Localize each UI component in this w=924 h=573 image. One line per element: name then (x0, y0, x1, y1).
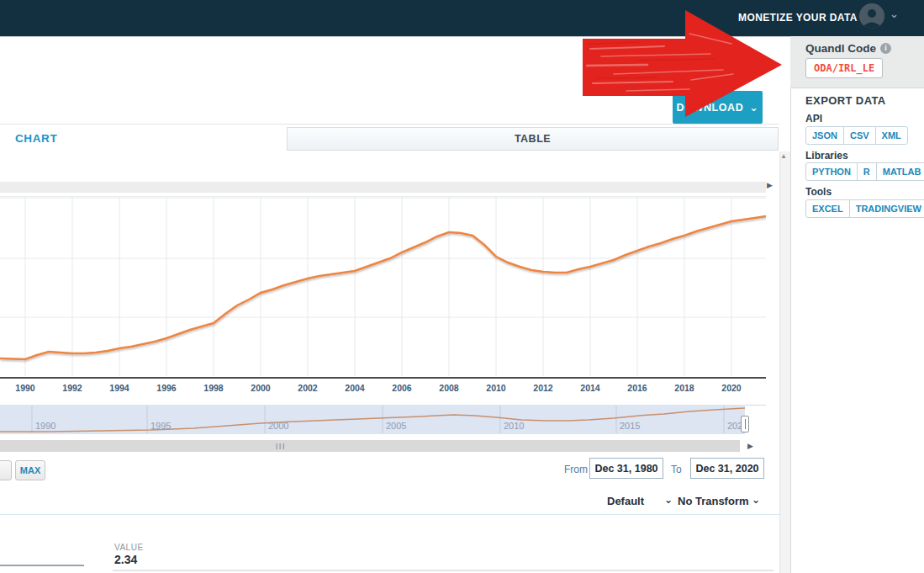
user-avatar-icon (859, 3, 884, 29)
range-button-partial[interactable]: Y (0, 460, 12, 480)
content-scroll-up-icon[interactable]: ▲ (780, 152, 787, 160)
api-json-button[interactable]: JSON (805, 126, 844, 145)
from-label: From (564, 464, 588, 475)
x-axis-tick-label: 1996 (148, 383, 185, 393)
table-value-header-underline (113, 570, 774, 571)
libraries-button-group: PYTHON R MATLAB + (805, 162, 924, 181)
navigator-tick-label: 1990 (35, 421, 55, 431)
x-axis-tick-label: 2016 (619, 383, 656, 393)
api-label: API (805, 113, 822, 125)
x-axis-tick-label: 2010 (478, 383, 515, 393)
x-axis-tick-label: 2006 (383, 383, 420, 393)
series-line-value (0, 216, 766, 359)
x-axis-tick-label: 1998 (195, 383, 232, 393)
libraries-label: Libraries (805, 150, 848, 162)
quandl-code-value: ODA/IRL_LE (805, 58, 883, 78)
navigator-tick-label: 2000 (268, 421, 288, 431)
download-button-label: DOWNLOAD (677, 102, 744, 114)
frequency-dropdown[interactable]: Default (607, 495, 644, 507)
table-date-header-underline (0, 565, 84, 566)
api-button-group: JSON CSV XML (805, 126, 908, 145)
table-value-header: VALUE (114, 543, 144, 552)
tab-table-label: TABLE (515, 133, 551, 145)
x-axis-tick-label: 2008 (430, 383, 467, 393)
download-button[interactable]: DOWNLOAD ⌄ (673, 91, 763, 124)
transform-dropdown[interactable]: No Transform (678, 495, 749, 507)
info-icon[interactable]: i (880, 43, 891, 54)
tool-excel-button[interactable]: EXCEL (805, 199, 850, 218)
navigator-horizontal-scrollbar[interactable] (0, 440, 740, 452)
to-date-input[interactable]: Dec 31, 2020 (690, 458, 764, 479)
x-axis-tick-label: 2020 (713, 383, 750, 393)
navigator-tick-label: 2010 (504, 421, 524, 431)
range-button-max[interactable]: MAX (15, 460, 45, 480)
download-chevron-icon: ⌄ (749, 101, 758, 114)
x-axis-tick-label: 2014 (572, 383, 609, 393)
quandl-code-label: Quandl Code (805, 42, 876, 55)
from-date-input[interactable]: Dec 31, 1980 (589, 458, 663, 479)
x-axis-tick-label: 1990 (7, 383, 44, 393)
x-axis-tick-label: 2000 (242, 383, 279, 393)
tools-label: Tools (805, 186, 832, 198)
content-vertical-scrollbar[interactable] (779, 151, 790, 573)
navigator-tick-label: 2005 (386, 421, 406, 431)
tool-tradingview-button[interactable]: TRADINGVIEW (849, 199, 924, 218)
user-menu-chevron-icon[interactable]: ⌄ (890, 8, 899, 20)
navigator-scrollbar-grip-icon[interactable]: ||| (276, 442, 286, 449)
transform-chevron-icon[interactable]: ⌄ (752, 494, 760, 506)
x-axis-tick-label: 2002 (289, 383, 326, 393)
x-axis-tick-label: 2012 (525, 383, 562, 393)
tab-table[interactable]: TABLE (287, 127, 779, 151)
navigator-tick-label: 2015 (620, 421, 640, 431)
x-axis-line (0, 377, 766, 379)
library-r-button[interactable]: R (857, 162, 877, 181)
navigator-tick-label: 1995 (150, 421, 171, 431)
x-axis-tick-label: 2004 (336, 383, 373, 393)
section-divider (0, 514, 779, 515)
chart-horizontal-scrollbar[interactable] (0, 182, 766, 193)
to-label: To (671, 464, 682, 475)
tab-chart[interactable]: CHART (15, 132, 57, 145)
chart-scroll-right-icon[interactable]: ▶ (767, 181, 773, 189)
user-avatar[interactable] (859, 3, 884, 29)
api-xml-button[interactable]: XML (875, 126, 908, 145)
navigator-right-handle[interactable] (741, 416, 749, 432)
x-axis-tick-label: 1992 (54, 383, 91, 393)
table-first-value: 2.34 (114, 553, 137, 566)
monetize-your-data-link[interactable]: MONETIZE YOUR DATA (738, 12, 849, 24)
chart-plot[interactable] (0, 196, 766, 379)
api-csv-button[interactable]: CSV (843, 126, 876, 145)
tools-button-group: EXCEL TRADINGVIEW (805, 199, 924, 218)
navigator-chart[interactable] (0, 405, 766, 434)
library-matlab-button[interactable]: MATLAB (876, 162, 924, 181)
frequency-chevron-icon[interactable]: ⌄ (664, 494, 673, 506)
navigator-scroll-right-icon[interactable]: ▶ (747, 442, 753, 450)
tabbar-divider (0, 124, 779, 125)
export-data-title: EXPORT DATA (805, 94, 886, 107)
x-axis-tick-label: 2018 (666, 383, 703, 393)
library-python-button[interactable]: PYTHON (805, 162, 858, 181)
x-axis-tick-label: 1994 (101, 383, 138, 393)
